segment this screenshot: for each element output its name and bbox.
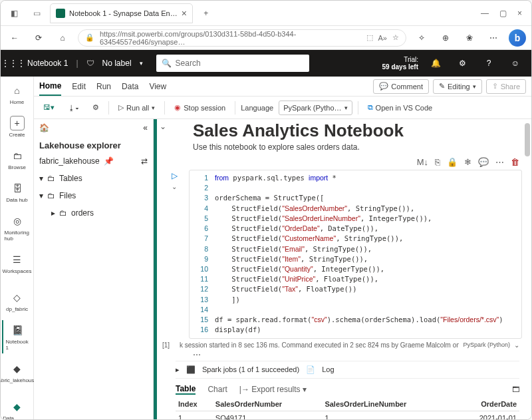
notebook-favicon [56,9,65,18]
nav-home[interactable]: ⌂Home [2,81,33,108]
chevron-down-icon[interactable]: ▾ [140,60,143,67]
open-vscode-button[interactable]: ⧉Open in VS Code [364,101,437,114]
home-button[interactable]: ⌂ [54,29,71,47]
settings-button[interactable]: ⚙ [88,101,103,114]
nav-monitoring[interactable]: ◎Monitoring hub [2,211,33,244]
export-results-button[interactable]: |→ Export results ▾ [239,385,307,394]
notifications-icon[interactable]: 🔔 [426,59,445,68]
bing-button[interactable]: b [509,29,526,47]
spark-jobs-label[interactable]: Spark jobs (1 of 1 succeeded) [202,365,299,373]
extensions-icon[interactable]: ❀ [461,29,478,47]
lakehouse-explorer: 🏠« Lakehouse explorer fabric_lakehouse📌 … [34,119,154,420]
chevron-right-icon[interactable]: ▸ [176,365,180,374]
tab-view[interactable]: View [149,78,166,95]
browser-tab[interactable]: Notebook 1 - Synapse Data En… × [50,3,193,23]
save-button[interactable]: 🖫▾ [39,101,59,114]
output-table: Index SalesOrderNumber SalesOrderLineNum… [176,397,519,421]
run-all-button[interactable]: ▷Run all▾ [114,101,159,114]
nav-browse[interactable]: 🗀Browse [2,146,33,173]
col-salesorderlinenumber[interactable]: SalesOrderLineNumber [322,397,454,411]
search-input[interactable]: 🔍 Search [156,55,309,72]
maximize-button[interactable]: ▢ [499,9,507,18]
col-salesordernumber[interactable]: SalesOrderNumber [213,397,323,411]
nav-workspaces[interactable]: ☰Workspaces [2,250,33,277]
more-icon[interactable]: ⋯ [495,157,504,167]
text-size-icon[interactable]: A» [378,34,387,42]
code-editor[interactable]: 1from pyspark.sql.types import * 2 3orde… [189,170,522,339]
search-placeholder: Search [176,59,201,68]
language-select[interactable]: PySpark (Pytho…▾ [279,101,352,115]
stop-session-button[interactable]: ◉Stop session [170,101,229,114]
folder-icon: 🗀 [10,148,25,163]
notebook-name[interactable]: Notebook 1 [27,59,68,68]
output-tab-chart[interactable]: Chart [207,385,227,394]
tab-home[interactable]: Home [39,77,61,96]
lock-icon[interactable]: 🔒 [447,157,458,167]
col-orderdate[interactable]: OrderDate [454,397,519,411]
minimize-button[interactable]: — [481,9,489,18]
tab-data[interactable]: Data [122,78,138,95]
back-button[interactable]: ← [6,29,23,47]
refresh-explorer-icon[interactable]: ⇄ [141,156,148,166]
notebook-canvas: ⌄ Sales Analytics Notebook Use this note… [157,119,531,420]
tab-edit[interactable]: Edit [72,78,86,95]
label-button[interactable]: No label [102,59,132,68]
feedback-icon[interactable]: ☺ [506,59,525,68]
collections-icon[interactable]: ⊕ [437,29,454,47]
nav-datahub[interactable]: 🗄Data hub [2,178,33,206]
download-button[interactable]: ⭳▾ [64,102,83,114]
profile-icon[interactable]: ◧ [5,4,23,23]
product-header: ⋮⋮⋮ Notebook 1 | 🛡 No label ▾ 🔍 Search T… [1,50,531,77]
more-dots[interactable]: ⋯ [157,349,531,361]
favorite-icon[interactable]: ☆ [392,33,399,42]
editing-mode-button[interactable]: ✎Editing▾ [433,79,482,94]
help-icon[interactable]: ? [479,59,498,68]
output-message: k session started in 8 sec 136 ms. Comma… [180,341,459,349]
url-field[interactable]: 🔒 https://msit.powerbi.com/groups/0130d3… [78,29,406,47]
nav-dp-fabric[interactable]: ◇dp_fabric [2,288,33,315]
app-launcher-icon[interactable]: ⋮⋮⋮ [7,57,19,69]
nav-create[interactable]: +Create [2,113,33,140]
freeze-icon[interactable]: ❄ [464,157,471,167]
orders-node[interactable]: ▸🗀orders [39,206,148,220]
nav-lakehouse[interactable]: ◆fabric_lakehouse [2,359,33,386]
lakehouse-name[interactable]: fabric_lakehouse [39,156,100,166]
chevron-down-icon[interactable]: ⌄ [514,341,519,349]
files-node[interactable]: ▾🗀Files [39,189,148,202]
refresh-button[interactable]: ⟳ [30,29,47,47]
markdown-toggle[interactable]: M↓ [417,157,428,167]
tables-node[interactable]: ▾🗀Tables [39,172,148,185]
output-index: [1] [162,341,176,349]
run-cell-button[interactable]: ▷ [172,171,178,180]
stop-icon: ◉ [174,103,181,112]
settings-icon[interactable]: ⚙ [453,59,471,68]
close-window-button[interactable]: × [517,9,522,18]
collapse-cell-icon[interactable]: ⌄ [160,122,166,131]
chevron-down-icon: ▾ [39,174,43,183]
share-button[interactable]: ⇪Share [486,79,526,94]
new-tab-button[interactable]: + [197,4,215,23]
log-label[interactable]: Log [322,365,334,373]
comment-cell-icon[interactable]: 💬 [478,157,489,167]
close-tab-icon[interactable]: × [182,8,187,19]
more-button[interactable]: ⋯ [485,29,502,47]
comment-button[interactable]: 💬Comment [373,79,429,94]
reader-icon[interactable]: ⬚ [366,33,373,42]
col-index[interactable]: Index [176,397,213,411]
tab-run[interactable]: Run [96,78,111,95]
output-tab-table[interactable]: Table [176,384,196,395]
workspace-icon: ◇ [10,290,25,305]
copy-icon[interactable]: ⎘ [435,157,440,167]
chevron-down-icon[interactable]: ⌄ [172,183,177,190]
nav-notebook1[interactable]: 📓Notebook 1 [2,320,33,353]
scrollbar[interactable] [525,123,530,156]
delete-cell-icon[interactable]: 🗑 [511,157,519,167]
favorites-icon[interactable]: ✧ [413,29,430,47]
collapse-icon[interactable]: « [143,123,148,132]
nav-persona[interactable]: ◆Data Engineering [2,397,33,420]
pin-icon[interactable]: 📌 [104,156,114,166]
collections-icon[interactable]: ▭ [27,4,46,23]
menu-tabs: Home Edit Run Data View 💬Comment ✎Editin… [34,77,531,97]
output-more-icon[interactable]: 🗔 [512,385,519,393]
table-row[interactable]: 1SO4917112021-01-01 [176,411,519,420]
